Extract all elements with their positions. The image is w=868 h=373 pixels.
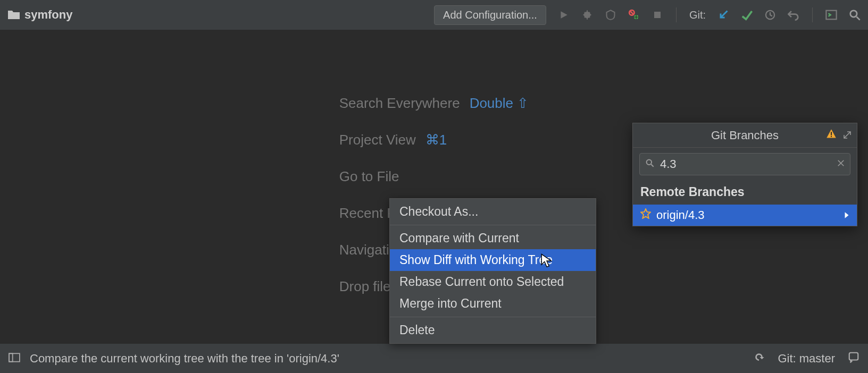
event-log-icon[interactable] — [848, 351, 859, 366]
branch-context-menu: Checkout As... Compare with Current Show… — [389, 198, 596, 344]
status-bar: Compare the current working tree with th… — [0, 343, 868, 373]
sync-settings-icon[interactable] — [753, 351, 765, 366]
remote-branches-label: Remote Branches — [633, 181, 857, 205]
profiler-icon[interactable] — [628, 9, 640, 21]
star-icon[interactable] — [640, 208, 651, 222]
branches-search-input[interactable] — [660, 157, 832, 171]
branches-search-field[interactable] — [639, 153, 850, 175]
menu-delete[interactable]: Delete — [390, 319, 596, 341]
menu-merge-into-current[interactable]: Merge into Current — [390, 293, 596, 315]
hint-project-view: Project View ⌘1 — [339, 132, 447, 148]
hint-label: Search Everywhere — [339, 95, 460, 112]
popup-title-bar[interactable]: Git Branches — [633, 123, 857, 148]
hint-go-to-file: Go to File — [339, 168, 399, 185]
git-branch-indicator[interactable]: Git: master — [778, 352, 835, 366]
menu-checkout-as[interactable]: Checkout As... — [390, 201, 596, 223]
run-icon[interactable] — [558, 9, 570, 21]
svg-rect-12 — [849, 352, 858, 360]
editor-empty-state: Search Everywhere Double ⇧ Project View … — [0, 30, 868, 343]
expand-icon[interactable] — [843, 129, 852, 142]
menu-compare-with-current[interactable]: Compare with Current — [390, 227, 596, 249]
branch-item[interactable]: origin/4.3 — [633, 205, 857, 226]
svg-rect-3 — [654, 12, 661, 18]
menu-rebase-onto-selected[interactable]: Rebase Current onto Selected — [390, 271, 596, 293]
svg-rect-8 — [831, 135, 832, 137]
project-breadcrumb[interactable]: symfony — [7, 8, 72, 22]
top-toolbar: symfony Add Configuration... Git: — [0, 0, 868, 30]
project-name: symfony — [24, 8, 72, 22]
popup-title: Git Branches — [711, 129, 779, 142]
debug-icon[interactable] — [581, 9, 593, 21]
rollback-icon[interactable] — [788, 9, 799, 21]
search-icon — [645, 158, 655, 170]
clear-icon[interactable] — [837, 159, 845, 169]
hint-search-everywhere: Search Everywhere Double ⇧ — [339, 95, 529, 112]
hint-shortcut: ⌘1 — [425, 132, 447, 148]
svg-point-6 — [850, 11, 857, 17]
update-project-icon[interactable] — [717, 9, 729, 21]
menu-show-diff-working-tree[interactable]: Show Diff with Working Tree — [390, 249, 596, 271]
stop-icon[interactable] — [652, 9, 663, 21]
add-configuration-button[interactable]: Add Configuration... — [434, 5, 546, 25]
hint-label: Go to File — [339, 168, 399, 185]
submenu-arrow-icon — [844, 208, 849, 222]
menu-separator — [390, 225, 596, 225]
svg-point-9 — [647, 160, 652, 165]
hint-label: Project View — [339, 132, 416, 148]
commit-icon[interactable] — [741, 9, 753, 21]
hint-shortcut: Double ⇧ — [470, 95, 529, 112]
svg-rect-11 — [9, 353, 13, 361]
coverage-icon[interactable] — [605, 9, 616, 21]
terminal-shortcut-icon[interactable] — [825, 9, 837, 21]
status-message: Compare the current working tree with th… — [30, 352, 339, 366]
git-toolbar-label: Git: — [689, 9, 706, 21]
run-toolbar-group: Git: — [558, 7, 861, 22]
branch-name: origin/4.3 — [656, 208, 705, 222]
svg-rect-10 — [9, 353, 20, 361]
search-icon[interactable] — [849, 9, 861, 21]
tool-window-toggle-icon[interactable] — [9, 352, 20, 366]
mouse-cursor-icon — [540, 253, 553, 270]
menu-separator — [390, 317, 596, 317]
svg-rect-7 — [831, 132, 832, 135]
folder-icon — [7, 10, 20, 20]
git-branches-popup: Git Branches Remote Branches origin/4.3 — [632, 123, 857, 226]
warning-icon[interactable] — [826, 129, 837, 142]
history-icon[interactable] — [764, 9, 776, 21]
